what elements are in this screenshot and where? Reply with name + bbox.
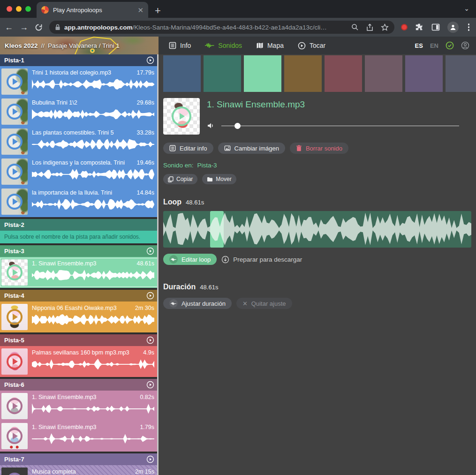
track-header-pista-2[interactable]: Pista-2 — [0, 219, 159, 231]
lang-en-button[interactable]: EN — [430, 42, 438, 49]
play-icon — [7, 134, 23, 150]
tab-tocar[interactable]: Tocar — [298, 42, 325, 50]
sound-title: Las plantas comestibles. Trini 5 — [32, 129, 117, 136]
move-button[interactable]: Mover — [202, 174, 236, 184]
url-bar[interactable]: app.antropoloops.com/Kleos-Santa-Marina/… — [49, 21, 394, 34]
close-window-button[interactable] — [7, 6, 12, 12]
recording-indicator-icon[interactable] — [401, 24, 408, 30]
reload-button[interactable] — [35, 23, 43, 31]
header-right: ES EN — [415, 41, 469, 50]
tab-info[interactable]: Info — [169, 42, 191, 49]
minimize-window-button[interactable] — [16, 6, 22, 12]
volume-slider[interactable] — [221, 123, 459, 129]
waveform-icon — [169, 255, 178, 264]
sound-row[interactable]: Trini 1 historia del colegio.mp317.79s — [0, 67, 159, 96]
browser-menu-kebab-icon[interactable] — [466, 23, 472, 31]
share-icon[interactable] — [366, 23, 373, 31]
sound-row[interactable]: Palmas sevillanas 160 bpm mp3.mp34.9s — [0, 347, 159, 376]
edit-loop-button[interactable]: Editar loop — [163, 254, 217, 265]
sound-detail-thumbnail[interactable] — [163, 98, 200, 135]
side-panel-icon[interactable] — [431, 23, 440, 31]
url-path: /Kleos-Santa-Marina/4994bd5e-a4e4-4843-b… — [133, 24, 327, 31]
bookmark-star-icon[interactable] — [381, 23, 389, 31]
sound-thumbnail[interactable] — [1, 68, 28, 95]
track-play-icon[interactable] — [146, 292, 154, 300]
track-header-pista-7[interactable]: Pista-7 — [0, 453, 159, 465]
lock-icon — [55, 24, 60, 30]
track-pista-2: Pista-2 Pulsa sobre el nombre de la pist… — [0, 219, 159, 243]
swatch-pista-1[interactable] — [163, 55, 201, 92]
sound-row[interactable]: Bubulina Trini 1\229.68s — [0, 97, 159, 126]
sound-detail-title: 1. Sinawi Ensemble.mp3 — [207, 99, 471, 110]
sound-thumbnail[interactable] — [1, 158, 28, 185]
track-header-pista-6[interactable]: Pista-6 — [0, 379, 159, 391]
play-icon — [7, 398, 23, 414]
change-image-button[interactable]: Cambiar imágen — [218, 143, 285, 154]
remove-adjust-button[interactable]: ✕ Quitar ajuste — [236, 298, 292, 309]
edit-info-button[interactable]: Editar info — [163, 143, 213, 154]
account-icon[interactable] — [461, 41, 469, 50]
track-header-pista-5[interactable]: Pista-5 — [0, 334, 159, 346]
breadcrumb-project[interactable]: Kleos 2022 — [5, 42, 38, 49]
sound-row[interactable]: Nipponia 06 Esashi Oiwake.mp32m 30s — [0, 302, 159, 332]
back-button[interactable]: ← — [5, 23, 13, 31]
sound-thumbnail[interactable] — [1, 348, 28, 375]
track-play-icon[interactable] — [146, 336, 154, 344]
swatch-pista-7[interactable] — [405, 55, 443, 92]
sound-row-selected[interactable]: 1. Sinawi Ensemble.mp348.61s — [0, 258, 159, 287]
swatch-pista-5[interactable] — [325, 55, 362, 92]
tab-search-chevron-icon[interactable]: ⌄ — [464, 5, 469, 12]
sound-thumbnail[interactable] — [1, 467, 28, 475]
map-breadcrumb-strip[interactable]: Kleos 2022 // Pasaje Valvanera / Trini 1 — [0, 37, 159, 54]
browser-tab[interactable]: Play Antropoloops ✕ — [37, 2, 148, 18]
copy-button[interactable]: Copiar — [163, 174, 197, 184]
swatch-pista-8[interactable] — [446, 55, 476, 92]
adjust-duration-button[interactable]: Ajustar duración — [163, 298, 232, 309]
volume-slider-knob[interactable] — [234, 123, 241, 129]
extensions-puzzle-icon[interactable] — [415, 23, 424, 32]
track-header-pista-3[interactable]: Pista-3 — [0, 245, 159, 257]
sound-thumbnail[interactable] — [1, 128, 28, 155]
tab-sonidos[interactable]: Sonidos — [205, 42, 242, 49]
sound-thumbnail[interactable] — [1, 259, 28, 286]
profile-avatar[interactable] — [447, 22, 459, 33]
lang-es-button[interactable]: ES — [415, 42, 423, 49]
close-tab-icon[interactable]: ✕ — [137, 7, 144, 14]
volume-row — [207, 122, 471, 129]
swatch-pista-6[interactable] — [365, 55, 402, 92]
track-play-icon[interactable] — [146, 455, 154, 463]
swatch-pista-3-active[interactable] — [244, 55, 281, 92]
track-play-icon[interactable] — [146, 381, 154, 389]
sound-row[interactable]: la importancia de la lluvia. Trini14.84s — [0, 187, 159, 216]
sound-row[interactable]: 1. Sinawi Ensemble.mp30.82s — [0, 392, 159, 421]
prepare-download-button[interactable]: Preparar para descargar — [221, 256, 302, 264]
sound-row[interactable]: Musica completa2m 15s — [0, 466, 159, 475]
tab-mapa[interactable]: Mapa — [256, 42, 284, 49]
track-header-pista-4[interactable]: Pista-4 — [0, 290, 159, 302]
play-icon[interactable] — [172, 106, 191, 126]
zoom-window-button[interactable] — [25, 6, 31, 12]
sound-row[interactable]: Las plantas comestibles. Trini 533.28s — [0, 127, 159, 156]
delete-sound-button[interactable]: Borrar sonido — [290, 143, 348, 154]
sound-thumbnail[interactable] — [1, 304, 28, 330]
sound-thumbnail[interactable] — [1, 98, 28, 125]
track-play-icon[interactable] — [146, 247, 154, 255]
sound-row[interactable]: Los indigenas y la compostela. Trini19.4… — [0, 157, 159, 186]
sound-thumbnail[interactable] — [1, 423, 28, 449]
track-header-pista-1[interactable]: Pista-1 — [0, 54, 159, 66]
zoom-page-icon[interactable] — [351, 23, 359, 31]
breadcrumb-page[interactable]: Pasaje Valvanera / Trini 1 — [48, 42, 120, 49]
info-list-icon — [169, 42, 176, 49]
sound-thumbnail[interactable] — [1, 393, 28, 419]
loop-waveform[interactable] — [163, 211, 471, 248]
forward-button[interactable]: → — [20, 23, 28, 31]
play-icon — [7, 104, 23, 120]
sound-thumbnail[interactable] — [1, 188, 28, 215]
swatch-pista-4[interactable] — [284, 55, 322, 92]
sound-row[interactable]: 1. Sinawi Ensemble.mp31.79s — [0, 422, 159, 451]
new-tab-button[interactable]: + — [155, 4, 161, 18]
track-play-icon[interactable] — [146, 56, 154, 64]
track-pista-7: Pista-7 Musica completa2m 15s — [0, 453, 159, 475]
track-link[interactable]: Pista-3 — [197, 162, 217, 169]
swatch-pista-2[interactable] — [204, 55, 241, 92]
